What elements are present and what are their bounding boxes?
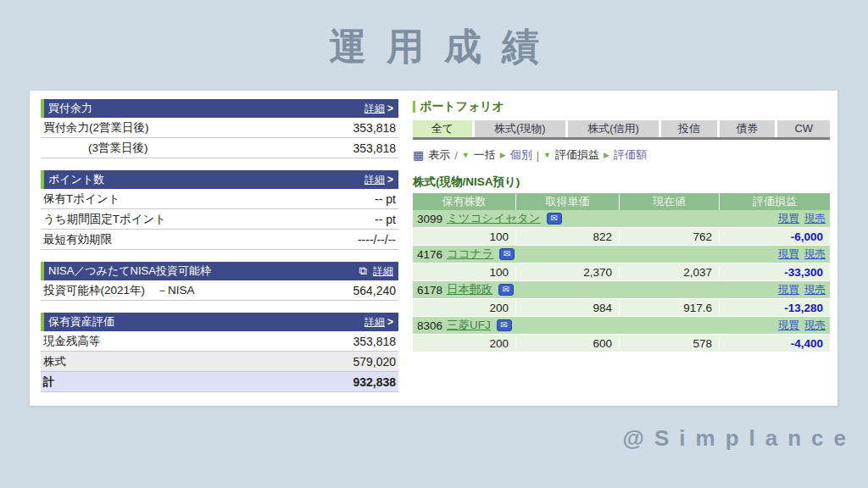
trade-links: 現買 現売	[778, 247, 826, 262]
detail-link-label: 詳細	[364, 173, 385, 187]
row-label: 買付余力(2営業日後)	[43, 120, 149, 136]
triangle-right-icon: ▶	[500, 151, 506, 159]
individual-toggle[interactable]: 個別	[510, 147, 532, 163]
table-row: 株式 579,020	[41, 352, 398, 372]
current-cell: 917.6	[620, 302, 720, 314]
tab-bonds[interactable]: 債券	[720, 120, 776, 137]
table-row: 最短有効期限 ----/--/--	[41, 230, 398, 250]
chevron-right-icon: >	[387, 316, 393, 328]
mail-icon[interactable]: ✉	[499, 248, 515, 260]
section-asset-valuation: 保有資産評価 詳細> 現金残高等 353,818 株式 579,020 計 93…	[41, 313, 398, 392]
column-header-qty: 保有株数	[413, 193, 516, 210]
holdings-table-title: 株式(現物/NISA預り)	[413, 175, 830, 189]
valuation-amount-toggle[interactable]: 評価額	[614, 147, 647, 163]
slash-separator: /	[454, 149, 458, 162]
batch-toggle[interactable]: 一括	[474, 147, 496, 163]
unit-cost-cell: 984	[516, 302, 620, 314]
green-accent-bar	[413, 101, 415, 113]
chevron-right-icon: >	[387, 103, 393, 114]
holding-value-row: 100 822 762 -6,000	[413, 228, 830, 246]
tab-underline	[413, 137, 830, 140]
detail-link[interactable]: ⧉詳細	[359, 264, 393, 279]
tab-funds[interactable]: 投信	[661, 120, 717, 137]
stock-name-link[interactable]: 三菱UFJ	[447, 318, 491, 333]
sell-link[interactable]: 現売	[804, 212, 826, 226]
unit-cost-cell: 600	[516, 337, 620, 350]
triangle-down-icon: ▼	[543, 151, 551, 159]
sell-link[interactable]: 現売	[804, 283, 826, 297]
tab-all[interactable]: 全て	[413, 120, 472, 137]
tab-stock-cash[interactable]: 株式(現物)	[475, 120, 565, 137]
section-points: ポイント数 詳細> 保有Tポイント -- pt うち期間固定Tポイント -- p…	[41, 170, 398, 250]
qty-cell: 100	[413, 266, 516, 279]
column-header-current: 現在値	[620, 193, 720, 210]
section-title: 買付余力	[48, 101, 92, 116]
row-value: -- pt	[375, 213, 396, 226]
sell-link[interactable]: 現売	[804, 247, 826, 262]
stock-name-link[interactable]: 日本郵政	[447, 282, 492, 297]
buy-link[interactable]: 現買	[778, 212, 799, 226]
table-row: 買付余力(2営業日後) 353,818	[41, 118, 398, 138]
stock-identity: 8306 三菱UFJ ✉	[417, 318, 512, 333]
row-value: 353,818	[353, 121, 396, 135]
row-label: 最短有効期限	[43, 232, 112, 247]
row-label: 投資可能枠(2021年) －NISA	[43, 283, 195, 298]
stock-identity: 3099 ミツコシイセタン ✉	[417, 211, 562, 226]
detail-link[interactable]: 詳細>	[364, 315, 393, 330]
portfolio-panel: ポートフォリオ 全て 株式(現物) 株式(信用) 投信 債券 CW ▦ 表示 /…	[413, 99, 830, 352]
holding-name-row: 3099 ミツコシイセタン ✉ 現買 現売	[413, 210, 830, 228]
mail-icon[interactable]: ✉	[497, 319, 512, 331]
mail-icon[interactable]: ✉	[547, 213, 562, 225]
buy-link[interactable]: 現買	[778, 319, 799, 333]
valuation-pl-toggle[interactable]: 評価損益	[555, 147, 599, 163]
holding-name-row: 6178 日本郵政 ✉ 現買 現売	[413, 281, 830, 299]
pl-cell: -33,300	[720, 266, 830, 279]
sell-link[interactable]: 現売	[804, 319, 826, 333]
section-header-points: ポイント数 詳細>	[41, 170, 398, 189]
row-value: -- pt	[375, 192, 396, 206]
trade-links: 現買 現売	[778, 283, 826, 297]
tab-cw[interactable]: CW	[777, 120, 830, 137]
detail-link[interactable]: 詳細>	[364, 102, 393, 116]
stock-identity: 6178 日本郵政 ✉	[417, 282, 514, 297]
unit-cost-cell: 822	[516, 230, 620, 243]
section-header-nisa: NISA／つみたてNISA投資可能枠 ⧉詳細	[41, 262, 398, 280]
row-label: 計	[43, 374, 55, 390]
left-panel: 買付余力 詳細> 買付余力(2営業日後) 353,818 (3営業日後) 353…	[41, 99, 398, 404]
stock-name-link[interactable]: ココナラ	[447, 247, 493, 262]
mail-icon[interactable]: ✉	[498, 284, 514, 296]
row-label: 現金残高等	[43, 334, 101, 349]
table-grid-icon: ▦	[413, 148, 424, 162]
section-title: NISA／つみたてNISA投資可能枠	[48, 263, 211, 279]
column-header-unit-cost: 取得単価	[516, 193, 620, 210]
holdings-table-header: 保有株数 取得単価 現在値 評価損益	[413, 193, 830, 210]
stock-identity: 4176 ココナラ ✉	[417, 247, 515, 262]
stock-name-link[interactable]: ミツコシイセタン	[447, 211, 541, 226]
buy-link[interactable]: 現買	[778, 247, 799, 262]
row-label: (3営業日後)	[43, 141, 148, 156]
row-value: ----/--/--	[358, 233, 396, 247]
current-cell: 578	[620, 337, 720, 350]
triangle-right-icon: ▶	[604, 151, 609, 159]
unit-cost-cell: 2,370	[516, 266, 620, 279]
account-summary-card: 買付余力 詳細> 買付余力(2営業日後) 353,818 (3営業日後) 353…	[30, 91, 837, 406]
holding-value-row: 200 600 578 -4,400	[413, 335, 830, 352]
row-value: 579,020	[353, 355, 396, 369]
row-label: 株式	[43, 354, 66, 369]
tab-stock-margin[interactable]: 株式(信用)	[568, 120, 659, 137]
table-row: うち期間固定Tポイント -- pt	[41, 209, 398, 230]
column-header-pl: 評価損益	[720, 193, 830, 210]
trade-links: 現買 現売	[778, 212, 826, 226]
holdings-table: 保有株数 取得単価 現在値 評価損益 3099 ミツコシイセタン ✉ 現買 現売	[413, 193, 830, 352]
holding-name-row: 8306 三菱UFJ ✉ 現買 現売	[413, 317, 830, 335]
qty-cell: 200	[413, 337, 516, 350]
pl-cell: -4,400	[720, 337, 830, 350]
section-nisa: NISA／つみたてNISA投資可能枠 ⧉詳細 投資可能枠(2021年) －NIS…	[41, 262, 398, 301]
page-title: 運用成績	[0, 22, 868, 72]
page: 運用成績 買付余力 詳細> 買付余力(2営業日後) 353,818 (3営業日後…	[0, 0, 868, 488]
buy-link[interactable]: 現買	[778, 283, 799, 297]
detail-link[interactable]: 詳細>	[364, 173, 393, 187]
row-value: 353,818	[353, 141, 396, 155]
pl-cell: -6,000	[720, 230, 830, 243]
stock-code: 6178	[417, 284, 442, 297]
